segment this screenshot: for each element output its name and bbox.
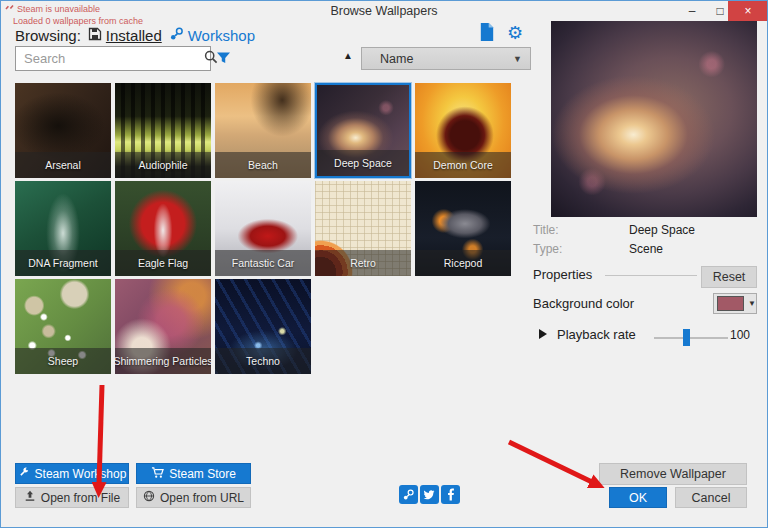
close-button[interactable]: × — [728, 1, 768, 21]
wallpaper-tile-label: Retro — [315, 250, 411, 276]
wallpaper-tile-arsenal[interactable]: Arsenal — [15, 83, 111, 178]
wallpaper-tile-demoncore[interactable]: Demon Core — [415, 83, 511, 178]
open-from-file-button[interactable]: Open from File — [15, 487, 129, 508]
status-messages: Steam is unavailable Loaded 0 wallpapers… — [5, 3, 143, 27]
ok-button[interactable]: OK — [609, 487, 667, 508]
twitter-social-icon[interactable] — [420, 485, 439, 504]
installed-disk-icon — [88, 27, 102, 44]
steam-workshop-button[interactable]: Steam Workshop — [15, 463, 129, 484]
color-dropdown-arrow-icon: ▼ — [748, 299, 756, 308]
workshop-label: Workshop — [188, 27, 255, 44]
steam-store-label: Steam Store — [169, 467, 236, 481]
sort-dropdown[interactable]: Name ▼ — [361, 47, 531, 70]
wallpaper-tile-label: DNA Fragment — [15, 250, 111, 276]
properties-divider — [605, 275, 697, 276]
background-color-swatch — [717, 296, 744, 311]
remove-wallpaper-button[interactable]: Remove Wallpaper — [599, 463, 747, 485]
new-wallpaper-icon[interactable] — [479, 23, 495, 41]
background-color-label: Background color — [533, 296, 634, 311]
settings-gear-icon[interactable]: ⚙ — [507, 22, 523, 44]
wallpaper-tile-ricepod[interactable]: Ricepod — [415, 181, 511, 276]
minimize-button[interactable]: – — [679, 1, 705, 21]
open-from-url-label: Open from URL — [160, 491, 244, 505]
wallpaper-preview-image — [551, 21, 757, 217]
search-input[interactable] — [16, 51, 204, 66]
properties-label: Properties — [533, 267, 592, 282]
wallpaper-tile-dna[interactable]: DNA Fragment — [15, 181, 111, 276]
status-line-1: Steam is unavailable — [17, 3, 100, 15]
search-box — [15, 46, 211, 71]
wallpaper-tile-label: Deep Space — [317, 150, 409, 176]
wallpaper-tile-label: Audiophile — [115, 152, 211, 178]
playback-rate-slider-handle[interactable] — [683, 329, 690, 346]
globe-icon — [143, 490, 155, 505]
open-from-url-button[interactable]: Open from URL — [136, 487, 251, 508]
expand-playback-icon[interactable] — [539, 329, 547, 339]
wallpaper-tile-label: Ricepod — [415, 250, 511, 276]
wallpaper-tile-label: Fantastic Car — [215, 250, 311, 276]
wallpaper-tile-eagleflag[interactable]: Eagle Flag — [115, 181, 211, 276]
wallpaper-tile-label: Shimmering Particles — [115, 348, 211, 374]
playback-rate-slider-track[interactable] — [654, 337, 728, 339]
browsing-tab-workshop[interactable]: Workshop — [169, 26, 255, 44]
browse-wallpapers-window: Browse Wallpapers – □ × Steam is unavail… — [0, 0, 768, 528]
type-value: Scene — [629, 242, 663, 256]
steam-unavailable-icon — [5, 3, 14, 15]
wallpaper-grid: ArsenalAudiophileBeachDeep SpaceDemon Co… — [1, 83, 531, 383]
wallpaper-tile-shimmering[interactable]: Shimmering Particles — [115, 279, 211, 374]
wallpaper-tile-label: Beach — [215, 152, 311, 178]
browsing-row: Browsing: Installed Workshop — [15, 25, 255, 45]
dropdown-arrow-icon: ▼ — [513, 54, 530, 64]
steam-icon — [169, 26, 184, 44]
wallpaper-tile-label: Demon Core — [415, 152, 511, 178]
wallpaper-tile-label: Eagle Flag — [115, 250, 211, 276]
title-label: Title: — [533, 223, 559, 237]
wallpaper-tile-label: Arsenal — [15, 152, 111, 178]
wrench-icon — [18, 466, 30, 481]
arrow-to-ok-button — [509, 442, 592, 482]
background-color-picker[interactable]: ▼ — [713, 293, 757, 314]
wallpaper-tile-label: Sheep — [15, 348, 111, 374]
wallpaper-tile-sheep[interactable]: Sheep — [15, 279, 111, 374]
steam-social-icon[interactable] — [399, 485, 418, 504]
wallpaper-tile-techno[interactable]: Techno — [215, 279, 311, 374]
sort-dropdown-value: Name — [362, 52, 513, 66]
facebook-social-icon[interactable] — [441, 485, 460, 504]
browsing-label: Browsing: — [15, 27, 81, 44]
steam-workshop-label: Steam Workshop — [35, 467, 127, 481]
filter-funnel-icon[interactable] — [217, 51, 230, 69]
steam-store-button[interactable]: Steam Store — [136, 463, 251, 484]
title-value: Deep Space — [629, 223, 695, 237]
sort-direction-button[interactable]: ▲ — [343, 50, 353, 61]
search-icon — [204, 50, 218, 68]
browsing-tab-installed[interactable]: Installed — [88, 27, 162, 44]
open-from-file-label: Open from File — [41, 491, 120, 505]
cart-icon — [151, 466, 164, 482]
playback-rate-label: Playback rate — [557, 327, 636, 342]
social-links — [399, 485, 460, 504]
wallpaper-tile-beach[interactable]: Beach — [215, 83, 311, 178]
reset-button[interactable]: Reset — [701, 266, 757, 288]
wallpaper-tile-deepspace[interactable]: Deep Space — [315, 83, 411, 178]
type-label: Type: — [533, 242, 562, 256]
wallpaper-tile-audiophile[interactable]: Audiophile — [115, 83, 211, 178]
upload-icon — [24, 490, 36, 505]
wallpaper-tile-fantasticcar[interactable]: Fantastic Car — [215, 181, 311, 276]
wallpaper-tile-retro[interactable]: Retro — [315, 181, 411, 276]
cancel-button[interactable]: Cancel — [675, 487, 747, 508]
playback-rate-value: 100 — [730, 328, 750, 342]
wallpaper-tile-label: Techno — [215, 348, 311, 374]
installed-label: Installed — [106, 27, 162, 44]
